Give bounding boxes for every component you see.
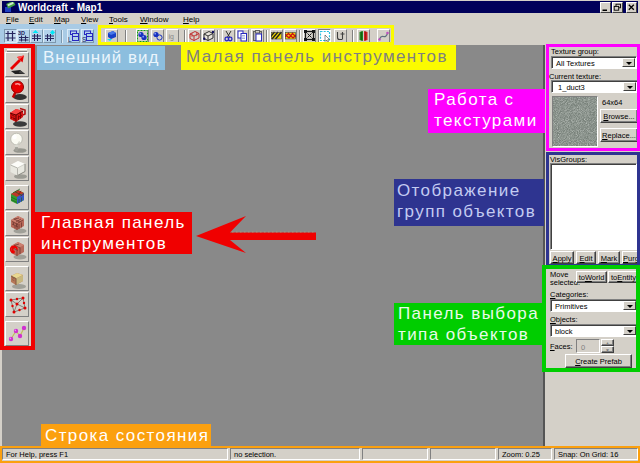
svg-text:S: S xyxy=(82,36,87,43)
svg-text:L: L xyxy=(68,36,72,43)
svg-text:3D: 3D xyxy=(18,30,25,36)
